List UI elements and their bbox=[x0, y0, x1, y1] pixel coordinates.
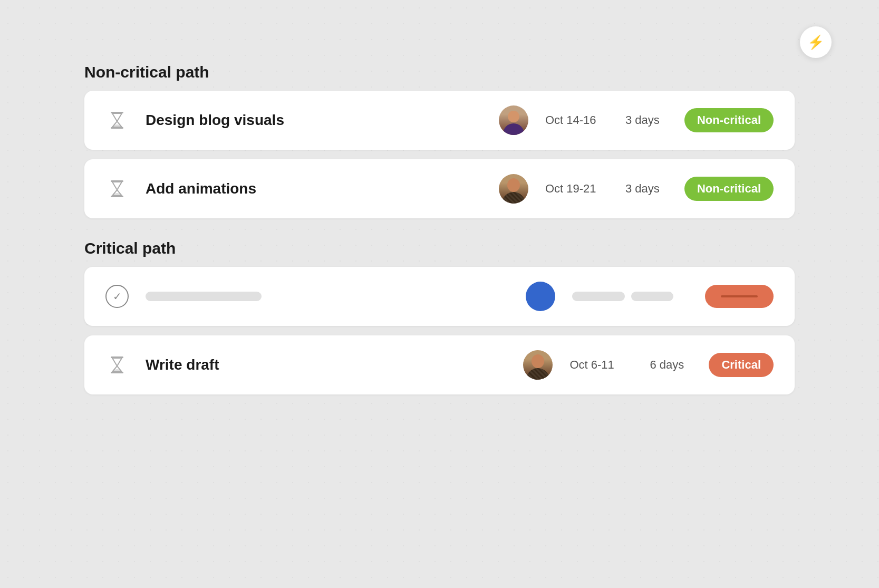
quick-action-button[interactable]: ⚡ bbox=[800, 26, 832, 58]
non-critical-section: Non-critical path Design blog visuals Oc… bbox=[84, 63, 795, 218]
redacted-days bbox=[631, 292, 673, 301]
status-badge: Non-critical bbox=[684, 177, 774, 201]
task-name: Add animations bbox=[146, 180, 482, 197]
status-badge bbox=[705, 285, 774, 308]
redacted-date bbox=[572, 292, 625, 301]
task-name: Write draft bbox=[146, 356, 506, 373]
status-badge: Non-critical bbox=[684, 108, 774, 132]
task-name: Design blog visuals bbox=[146, 112, 482, 129]
task-days: 3 days bbox=[625, 182, 668, 196]
critical-section: Critical path ✓ bbox=[84, 239, 795, 394]
redacted-task-name bbox=[146, 292, 262, 301]
task-date-range: Oct 14-16 bbox=[545, 113, 608, 127]
critical-header: Critical path bbox=[84, 239, 795, 257]
avatar bbox=[523, 350, 553, 380]
lightning-icon: ⚡ bbox=[807, 34, 824, 51]
avatar bbox=[499, 174, 528, 204]
task-row[interactable]: ✓ bbox=[84, 267, 795, 326]
task-date-range: Oct 6-11 bbox=[569, 358, 633, 372]
hourglass-icon bbox=[105, 353, 129, 377]
check-circle-icon: ✓ bbox=[105, 285, 129, 308]
avatar bbox=[499, 105, 528, 135]
non-critical-header: Non-critical path bbox=[84, 63, 795, 81]
redacted-badge-line bbox=[721, 295, 758, 297]
hourglass-icon bbox=[105, 109, 129, 132]
avatar bbox=[526, 282, 555, 311]
task-row[interactable]: Design blog visuals Oct 14-16 3 days Non… bbox=[84, 91, 795, 150]
task-days: 3 days bbox=[625, 113, 668, 127]
task-date-range: Oct 19-21 bbox=[545, 182, 608, 196]
checkmark-icon: ✓ bbox=[113, 290, 122, 303]
task-row[interactable]: Write draft Oct 6-11 6 days Critical bbox=[84, 335, 795, 394]
task-row[interactable]: Add animations Oct 19-21 3 days Non-crit… bbox=[84, 159, 795, 218]
status-badge: Critical bbox=[709, 353, 774, 377]
hourglass-icon bbox=[105, 177, 129, 200]
page-container: Non-critical path Design blog visuals Oc… bbox=[0, 0, 879, 479]
task-days: 6 days bbox=[650, 358, 692, 372]
